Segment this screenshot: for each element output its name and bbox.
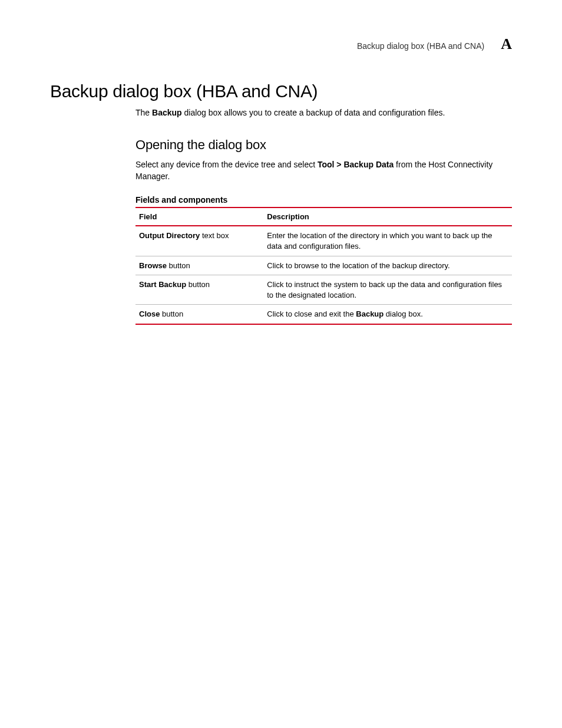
page: Backup dialog box (HBA and CNA) A Backup… bbox=[0, 0, 562, 325]
col-field: Field bbox=[135, 207, 263, 226]
cell-desc-pre: Click to browse to the location of the b… bbox=[267, 261, 449, 270]
table-caption: Fields and components bbox=[135, 195, 512, 205]
cell-field-rest: button bbox=[186, 280, 210, 289]
cell-field-bold: Close bbox=[139, 309, 160, 318]
cell-desc-pre: Enter the location of the directory in w… bbox=[267, 231, 492, 251]
table-header-row: Field Description bbox=[135, 207, 512, 226]
cell-desc: Click to browse to the location of the b… bbox=[263, 256, 512, 275]
cell-field-bold: Start Backup bbox=[139, 280, 186, 289]
cell-desc-pre: Click to close and exit the bbox=[267, 309, 356, 318]
appendix-letter: A bbox=[501, 35, 512, 53]
cell-field: Browse button bbox=[135, 256, 263, 275]
section-bold: Tool > Backup Data bbox=[318, 160, 394, 169]
section-heading: Opening the dialog box bbox=[135, 137, 512, 153]
cell-field-rest: text box bbox=[200, 231, 229, 240]
cell-field: Close button bbox=[135, 305, 263, 324]
section-paragraph: Select any device from the device tree a… bbox=[135, 159, 512, 183]
running-header: Backup dialog box (HBA and CNA) A bbox=[50, 35, 512, 53]
cell-field-bold: Output Directory bbox=[139, 231, 200, 240]
cell-desc: Enter the location of the directory in w… bbox=[263, 226, 512, 256]
cell-field-bold: Browse bbox=[139, 261, 167, 270]
cell-field-rest: button bbox=[167, 261, 190, 270]
fields-table: Field Description Output Directory text … bbox=[135, 207, 512, 324]
section-pre: Select any device from the device tree a… bbox=[135, 160, 318, 169]
cell-field: Output Directory text box bbox=[135, 226, 263, 256]
intro-bold: Backup bbox=[152, 108, 182, 117]
cell-desc-pre: Click to instruct the system to back up … bbox=[267, 280, 502, 299]
table-row: Start Backup button Click to instruct th… bbox=[135, 275, 512, 305]
cell-desc-bold: Backup bbox=[356, 309, 384, 318]
table-row: Close button Click to close and exit the… bbox=[135, 305, 512, 324]
table-row: Output Directory text box Enter the loca… bbox=[135, 226, 512, 256]
table-row: Browse button Click to browse to the loc… bbox=[135, 256, 512, 275]
intro-pre: The bbox=[135, 108, 152, 117]
cell-desc: Click to instruct the system to back up … bbox=[263, 275, 512, 305]
cell-desc-post: dialog box. bbox=[384, 309, 423, 318]
cell-field-rest: button bbox=[160, 309, 183, 318]
cell-desc: Click to close and exit the Backup dialo… bbox=[263, 305, 512, 324]
intro-paragraph: The Backup dialog box allows you to crea… bbox=[135, 107, 512, 118]
col-description: Description bbox=[263, 207, 512, 226]
running-title: Backup dialog box (HBA and CNA) bbox=[357, 41, 484, 51]
cell-field: Start Backup button bbox=[135, 275, 263, 305]
page-title: Backup dialog box (HBA and CNA) bbox=[50, 81, 512, 101]
body: The Backup dialog box allows you to crea… bbox=[135, 107, 512, 325]
intro-post: dialog box allows you to create a backup… bbox=[182, 108, 445, 117]
